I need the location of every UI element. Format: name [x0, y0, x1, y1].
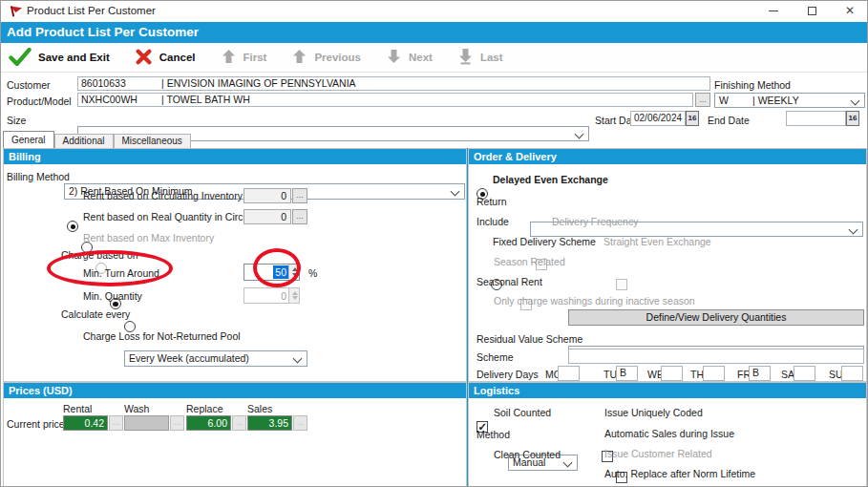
replace-browse-button[interactable]: ... — [232, 415, 246, 431]
size-label: Size — [7, 115, 26, 126]
billing-section-header: Billing — [4, 149, 466, 164]
include-label: Include — [476, 216, 509, 227]
scheme-field[interactable] — [568, 349, 864, 364]
day-label-th: TH — [690, 369, 704, 380]
residual-value-scheme-label: Residual Value Scheme — [476, 333, 582, 345]
issue-uniquely-coded-label: Issue Uniquely Coded — [604, 407, 703, 418]
rent-real-quantity-value[interactable]: 0 — [243, 209, 291, 224]
previous-button[interactable]: Previous — [314, 52, 361, 63]
min-quantity-spinner[interactable] — [288, 288, 299, 303]
product-browse-button[interactable]: ... — [695, 93, 710, 107]
minimize-icon — [769, 11, 778, 11]
maximize-button[interactable] — [793, 1, 831, 22]
product-code: NXHC00WH — [81, 94, 161, 106]
delivery-days-label: Delivery Days — [476, 369, 539, 380]
calculate-every-label: Calculate every — [61, 308, 130, 320]
save-and-exit-button[interactable]: Save and Exit — [38, 52, 110, 63]
previous-icon — [291, 49, 307, 66]
rental-browse-button[interactable]: ... — [109, 415, 123, 431]
rent-circulating-label: Rent based on Circulating Inventory — [83, 190, 243, 201]
radio-rent-circulating[interactable] — [67, 221, 78, 232]
app-window: Product List Per Customer ✕ Add Product … — [0, 0, 868, 487]
washings-inactive-season-label: Only charge washings during inactive sea… — [494, 295, 695, 307]
customer-field[interactable]: 86010633| ENVISION IMAGING OF PENNSYLVAN… — [77, 76, 710, 91]
close-button[interactable]: ✕ — [831, 1, 868, 22]
product-model-label: Product/Model — [7, 95, 72, 107]
price-col-wash: Wash — [124, 403, 149, 414]
end-date-field[interactable] — [786, 111, 846, 126]
billing-method-label: Billing Method — [7, 171, 70, 182]
scheme-label: Scheme — [476, 351, 514, 363]
day-label-sa: SA — [781, 369, 794, 380]
calculate-every-select[interactable]: Every Week (accumulated) — [124, 350, 307, 367]
order-delivery-section: Order & Delivery Delayed Even Exchange R… — [468, 148, 867, 382]
end-date-calendar-button[interactable]: 16 — [846, 111, 859, 126]
define-view-delivery-quantities-button[interactable]: Define/View Delivery Quantities — [568, 309, 864, 326]
product-name: | TOWEL BATH WH — [161, 94, 250, 105]
day-field-we[interactable] — [661, 366, 683, 381]
start-date-field[interactable]: 02/06/2024 — [630, 111, 686, 126]
return-label: Return — [476, 196, 507, 207]
finishing-method-select[interactable]: W| WEEKLY — [714, 93, 865, 108]
current-price-replace[interactable]: 6.00 — [186, 415, 231, 431]
sales-browse-button[interactable]: ... — [293, 415, 307, 431]
delayed-even-exchange-label: Delayed Even Exchange — [493, 174, 608, 185]
app-icon — [9, 5, 23, 20]
current-price-rental[interactable]: 0.42 — [63, 415, 108, 431]
day-field-fr[interactable]: B — [749, 366, 771, 381]
percent-sign: % — [308, 267, 317, 279]
start-date-calendar-button[interactable]: 16 — [686, 111, 699, 126]
method-label: Method — [476, 429, 510, 440]
charge-based-on-label: Charge based on — [61, 249, 138, 261]
first-button[interactable]: First — [243, 52, 267, 63]
tab-miscellaneous[interactable]: Miscellaneous — [114, 134, 191, 148]
day-label-tu: TU — [603, 369, 617, 380]
close-icon: ✕ — [845, 4, 855, 17]
tab-additional[interactable]: Additional — [54, 134, 114, 148]
wash-browse-button[interactable]: ... — [170, 415, 184, 431]
day-field-mo[interactable] — [558, 366, 580, 381]
cancel-icon — [135, 49, 153, 67]
min-turn-around-label: Min. Turn Around — [83, 267, 159, 279]
billing-section: Billing Billing Method 2) Rent Based On … — [3, 148, 467, 382]
min-turn-around-field[interactable]: 50 — [243, 264, 300, 281]
customer-label: Customer — [7, 79, 51, 91]
current-price-wash[interactable] — [124, 415, 169, 431]
issue-customer-related-label: Issue Customer Related — [604, 448, 712, 459]
maximize-icon — [808, 7, 816, 15]
last-icon — [457, 48, 474, 67]
logistics-section: Logistics Soil Counted Method Manual Cle… — [468, 382, 867, 487]
current-price-label: Current price — [7, 418, 65, 430]
last-button[interactable]: Last — [480, 52, 503, 63]
rent-circulating-value[interactable]: 0 — [243, 188, 291, 203]
next-icon — [386, 49, 402, 66]
title-bar: Product List Per Customer ✕ — [1, 1, 867, 22]
customer-name: | ENVISION IMAGING OF PENNSYLVANIA — [161, 77, 356, 89]
min-quantity-value: 0 — [281, 290, 288, 302]
day-field-su[interactable] — [841, 366, 863, 381]
customer-code: 86010633 — [81, 77, 161, 90]
product-model-field[interactable]: NXHC00WH| TOWEL BATH WH — [77, 93, 693, 107]
cancel-button[interactable]: Cancel — [159, 52, 196, 63]
day-field-sa[interactable] — [794, 366, 815, 381]
prices-section: Prices (USD) Rental Wash Replace Sales C… — [3, 382, 467, 487]
next-button[interactable]: Next — [409, 52, 433, 63]
price-col-sales: Sales — [247, 403, 272, 414]
min-turn-around-spinner[interactable] — [288, 265, 299, 280]
straight-even-exchange-checkbox[interactable] — [616, 279, 627, 290]
tab-general[interactable]: General — [3, 131, 54, 148]
rent-circulating-browse-button[interactable]: ... — [292, 188, 307, 203]
end-date-group: 16 — [786, 111, 859, 126]
minimize-button[interactable] — [754, 1, 793, 22]
clean-counted-label: Clean Counted — [494, 449, 561, 460]
current-price-sales[interactable]: 3.95 — [247, 415, 292, 431]
finishing-method-label: Finishing Method — [714, 79, 791, 91]
day-field-tu[interactable]: B — [616, 366, 638, 381]
min-quantity-field[interactable]: 0 — [243, 287, 300, 304]
price-col-rental: Rental — [63, 403, 92, 414]
day-field-th[interactable] — [703, 366, 725, 381]
seasonal-rent-label: Seasonal Rent — [476, 276, 542, 287]
min-turn-around-value: 50 — [273, 265, 288, 279]
rent-real-quantity-browse-button[interactable]: ... — [292, 209, 307, 224]
min-quantity-label: Min. Quantity — [83, 290, 142, 302]
